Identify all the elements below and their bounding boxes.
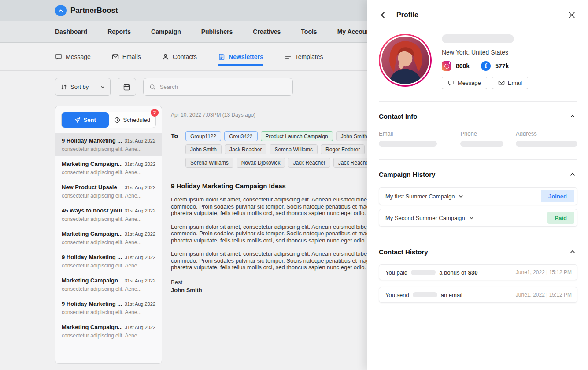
list-item[interactable]: Marketing Campaign...31st Aug 2022 conse… xyxy=(55,319,162,343)
sent-tab[interactable]: Sent xyxy=(62,112,109,128)
contact-info-header: Contact Info xyxy=(379,111,577,121)
templates-icon xyxy=(285,53,292,60)
envelope-icon xyxy=(498,80,505,86)
phone-value-skeleton xyxy=(460,141,503,147)
recipient-chip[interactable]: Group1122 xyxy=(185,131,221,141)
message-icon xyxy=(448,80,455,86)
tab-label: Newsletters xyxy=(229,53,263,60)
tab-label: Contacts xyxy=(173,53,197,60)
collapse-campaign-history-button[interactable] xyxy=(568,169,577,179)
list-item[interactable]: 9 Holiday Marketing ...31st Aug 2022 con… xyxy=(55,133,162,156)
mail-date: 31st Aug 2022 xyxy=(125,278,155,283)
address-field: Address xyxy=(507,130,577,147)
campaign-history-title: Campaign History xyxy=(379,171,435,178)
to-label: To xyxy=(171,131,180,168)
contact-history-row: You paid a bonus of $30 June1, 2022 | 15… xyxy=(379,264,577,280)
brand-logo[interactable]: PartnerBoost xyxy=(55,5,118,16)
mail-date: 31st Aug 2022 xyxy=(125,301,155,307)
chevron-down-icon xyxy=(100,85,105,89)
avatar-photo xyxy=(381,37,429,84)
list-item[interactable]: 9 Holiday Marketing ...31st Aug 2022 con… xyxy=(55,249,162,273)
list-item[interactable]: Marketing Campaign...31st Aug 2022 conse… xyxy=(55,226,162,249)
address-field-label: Address xyxy=(516,130,577,137)
email-button[interactable]: Email xyxy=(492,77,529,89)
tab-templates[interactable]: Templates xyxy=(285,43,323,70)
sort-by-button[interactable]: Sort by xyxy=(55,78,111,96)
message-icon xyxy=(55,53,62,60)
mail-date: 31st Aug 2022 xyxy=(125,255,155,260)
divider xyxy=(379,237,577,237)
list-item[interactable]: Marketing Campaign...31st Aug 2022 conse… xyxy=(55,273,162,296)
recipient-chip[interactable]: Grou3422 xyxy=(224,131,257,141)
list-item[interactable]: 45 Ways to boost your...31st Aug 2022 co… xyxy=(55,203,162,226)
campaign-name: My first Summer Campaign xyxy=(385,193,455,200)
nav-item-tools[interactable]: Tools xyxy=(301,28,317,35)
history-name-skeleton xyxy=(411,270,436,275)
scheduled-tab[interactable]: Scheduled xyxy=(109,112,156,128)
divider xyxy=(379,159,577,160)
campaign-history-header: Campaign History xyxy=(379,169,577,179)
mail-title: 9 Holiday Marketing ... xyxy=(62,137,122,144)
calendar-icon xyxy=(123,83,131,91)
mail-preview: consectetur adipiscing elit. Aene... xyxy=(62,169,155,176)
chevron-up-icon xyxy=(570,171,576,177)
nav-item-publishers[interactable]: Publishers xyxy=(201,28,233,35)
recipient-chip[interactable]: Serena Williams xyxy=(270,144,318,154)
mail-preview: consectetur adipiscing elit. Aene... xyxy=(62,146,155,152)
sent-label: Sent xyxy=(84,117,96,123)
list-item[interactable]: Marketing Campaign...31st Aug 2022 conse… xyxy=(55,156,162,180)
recipient-chip[interactable]: Product Launch Campaign xyxy=(261,131,333,141)
nav-item-campaign[interactable]: Campaign xyxy=(151,28,181,35)
recipient-chip[interactable]: Jack Reacher xyxy=(288,158,330,168)
list-item[interactable]: 9 Holiday Marketing ...31st Aug 2022 con… xyxy=(55,296,162,319)
close-button[interactable] xyxy=(566,9,577,21)
calendar-button[interactable] xyxy=(118,78,136,96)
contact-history-title: Contact History xyxy=(379,248,428,256)
mail-date: 31st Aug 2022 xyxy=(125,138,155,143)
chevron-down-icon xyxy=(469,216,474,220)
mail-date: 31st Aug 2022 xyxy=(125,208,155,213)
chevron-up-icon xyxy=(570,249,576,255)
drawer-title: Profile xyxy=(396,11,418,19)
contact-history-row: You send an email June1, 2022 | 15:12 PM xyxy=(379,287,577,303)
collapse-contact-info-button[interactable] xyxy=(568,111,577,121)
nav-item-creatives[interactable]: Creatives xyxy=(253,28,281,35)
history-time: June1, 2022 | 15:12 PM xyxy=(516,292,572,298)
recipient-chip[interactable]: Jack Reacher xyxy=(225,144,266,154)
social-stats: 800k 577k xyxy=(442,61,528,71)
collapse-contact-history-button[interactable] xyxy=(568,247,577,256)
contact-info-title: Contact Info xyxy=(379,113,418,120)
back-button[interactable] xyxy=(379,9,390,21)
tab-contacts[interactable]: Contacts xyxy=(162,43,197,70)
mail-title: Marketing Campaign... xyxy=(62,161,122,167)
search-input[interactable] xyxy=(160,84,287,90)
tab-emails[interactable]: Emails xyxy=(112,43,141,70)
recipient-chip[interactable]: Novak Djokovick xyxy=(237,158,285,168)
recipient-chip[interactable]: John Smith xyxy=(185,144,222,154)
campaign-row[interactable]: My first Summer Campaign Joined xyxy=(379,187,577,205)
nav-item-reports[interactable]: Reports xyxy=(107,28,131,35)
tab-label: Emails xyxy=(122,53,141,60)
history-amount: $30 xyxy=(468,269,478,276)
close-icon xyxy=(568,11,575,18)
message-button[interactable]: Message xyxy=(442,77,487,89)
campaign-row[interactable]: My Second Summer Campaign Paid xyxy=(379,209,577,227)
divider xyxy=(379,101,577,102)
contact-info-fields: Email Phone Address xyxy=(379,130,577,147)
recipient-chip[interactable]: Roger Federer xyxy=(321,144,365,154)
mail-title: Marketing Campaign... xyxy=(62,277,122,284)
list-item[interactable]: New Product Upsale31st Aug 2022 consecte… xyxy=(55,180,162,203)
brand-name: PartnerBoost xyxy=(70,6,118,15)
tab-newsletters[interactable]: Newsletters xyxy=(218,43,263,70)
search-icon xyxy=(149,84,156,91)
email-field-label: Email xyxy=(379,130,451,137)
recipient-chip[interactable]: Serena Williams xyxy=(185,158,233,168)
campaign-dropdown-chevron[interactable] xyxy=(459,194,463,199)
mail-date: 31st Aug 2022 xyxy=(125,231,155,237)
mail-preview: consectetur adipiscing elit. Aene... xyxy=(62,239,155,245)
mail-preview: consectetur adipiscing elit. Aene... xyxy=(62,216,155,222)
campaign-dropdown-chevron[interactable] xyxy=(469,216,474,220)
tab-message[interactable]: Message xyxy=(55,43,91,70)
instagram-followers: 800k xyxy=(456,62,470,70)
nav-item-dashboard[interactable]: Dashboard xyxy=(55,28,87,35)
